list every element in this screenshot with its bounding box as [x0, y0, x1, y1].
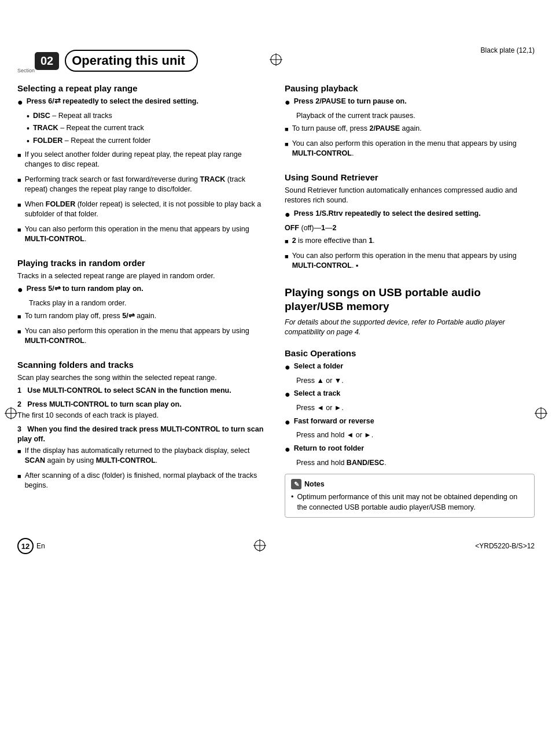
footer-en: En: [36, 542, 45, 550]
main-content: Selecting a repeat play range ● Press 6/…: [17, 83, 535, 518]
section-title: Operating this unit: [65, 50, 198, 72]
usb-italic-para: For details about the supported device, …: [285, 318, 535, 338]
bullet-dot: ●: [285, 209, 290, 221]
bullet-dot: ●: [17, 97, 23, 109]
basic-root-text: Return to root folder: [294, 444, 365, 454]
sq-bullet: ■: [17, 151, 21, 160]
basic-select-folder: ● Select a folder: [285, 362, 535, 374]
step-2: 2 Press MULTI-CONTROL to turn scan play …: [17, 400, 267, 421]
sq-bullet: ■: [17, 447, 21, 456]
pause-sq2: ■ You can also perform this operation in…: [285, 139, 535, 162]
repeat-main-text: Press 6/⇄ repeatedly to select the desir…: [27, 97, 198, 107]
step-1-heading: 1 Use MULTI-CONTROL to select SCAN in th…: [17, 386, 267, 396]
heading-repeat: Selecting a repeat play range: [17, 83, 267, 93]
section-number: 02: [35, 52, 59, 70]
usb-section: Playing songs on USB portable audio play…: [285, 286, 535, 338]
basic-root-detail: Press and hold BAND/ESC.: [296, 458, 535, 469]
repeat-sub-list: DISC – Repeat all tracks TRACK – Repeat …: [27, 111, 267, 147]
scan-sq2-text: After scanning of a disc (folder) is fin…: [25, 471, 267, 491]
basic-select-track: ● Select a track: [285, 389, 535, 401]
sr-para: Sound Retriever function automatically e…: [285, 186, 535, 206]
pause-sq1: ■ To turn pause off, press 2/PAUSE again…: [285, 124, 535, 137]
heading-scanning: Scanning folders and tracks: [17, 360, 267, 370]
bullet-dot: ●: [285, 97, 290, 109]
basic-ff-rev-text: Fast forward or reverse: [294, 416, 374, 427]
repeat-sq3-text: When FOLDER (folder repeat) is selected,…: [25, 200, 267, 220]
page-number: 12: [17, 538, 34, 554]
sq-bullet: ■: [17, 327, 21, 336]
heading-basic-ops: Basic Operations: [285, 348, 535, 358]
section-label: Section: [17, 68, 35, 73]
sr-sq1: ■ 2 is more effective than 1.: [285, 236, 535, 249]
notes-header: ✎ Notes: [291, 479, 528, 489]
notes-box: ✎ Notes Optimum performance of this unit…: [285, 474, 535, 518]
repeat-sq3: ■ When FOLDER (folder repeat) is selecte…: [17, 200, 267, 223]
repeat-sq1: ■ If you select another folder during re…: [17, 150, 267, 173]
footer-model: <YRD5220-B/S>12: [475, 542, 535, 550]
basic-select-folder-detail: Press ▲ or ▼.: [296, 376, 535, 386]
step-1: 1 Use MULTI-CONTROL to select SCAN in th…: [17, 386, 267, 396]
scan-sq1-text: If the display has automatically returne…: [25, 446, 267, 466]
sq-bullet: ■: [17, 201, 21, 209]
sq-bullet: ■: [17, 312, 21, 321]
bullet-dot: ●: [285, 444, 290, 456]
basic-root: ● Return to root folder: [285, 444, 535, 456]
notes-label: Notes: [304, 480, 325, 488]
repeat-folder: FOLDER – Repeat the current folder: [27, 136, 267, 147]
pause-sq1-text: To turn pause off, press 2/PAUSE again.: [292, 124, 422, 134]
repeat-sq4: ■ You can also perform this operation in…: [17, 224, 267, 248]
random-sub-para: Tracks play in a random order.: [29, 298, 267, 309]
pause-main-text: Press 2/PAUSE to turn pause on.: [294, 97, 407, 107]
left-column: Selecting a repeat play range ● Press 6/…: [17, 83, 267, 518]
random-main-text: Press 5/⇌ to turn random play on.: [27, 284, 143, 294]
heading-usb: Playing songs on USB portable audio play…: [285, 286, 535, 314]
bullet-dot: ●: [285, 416, 290, 429]
random-main-bullet: ● Press 5/⇌ to turn random play on.: [17, 284, 267, 296]
sr-sq2: ■ You can also perform this operation in…: [285, 251, 535, 274]
random-sq1: ■ To turn random play off, press 5/⇌ aga…: [17, 311, 267, 324]
heading-pausing: Pausing playback: [285, 83, 535, 93]
bullet-dot: ●: [285, 362, 290, 374]
sq-bullet: ■: [285, 237, 289, 246]
basic-select-folder-text: Select a folder: [294, 362, 343, 372]
sr-sq2-text: You can also perform this operation in t…: [292, 251, 535, 271]
scanning-para: Scan play searches the song within the s…: [17, 373, 267, 383]
repeat-sq2: ■ Performing track search or fast forwar…: [17, 175, 267, 198]
reg-mark-top: [270, 53, 282, 68]
step-2-body: The first 10 seconds of each track is pl…: [17, 411, 267, 421]
reg-mark-left: [5, 407, 17, 421]
repeat-sq1-text: If you select another folder during repe…: [25, 150, 267, 170]
reg-mark-bottom: [253, 539, 266, 554]
scan-sq1: ■ If the display has automatically retur…: [17, 446, 267, 469]
sr-main-bullet: ● Press 1/S.Rtrv repeatedly to select th…: [285, 209, 535, 221]
repeat-main-bullet: ● Press 6/⇄ repeatedly to select the des…: [17, 97, 267, 109]
bullet-dot: ●: [285, 389, 290, 401]
heading-random: Playing tracks in random order: [17, 258, 267, 268]
random-para: Tracks in a selected repeat range are pl…: [17, 271, 267, 282]
sq-bullet: ■: [285, 125, 289, 134]
step-3: 3 When you find the desired track press …: [17, 425, 267, 494]
scan-sq2: ■ After scanning of a disc (folder) is f…: [17, 471, 267, 494]
footer-left: 12 En: [17, 538, 45, 554]
repeat-sq2-text: Performing track search or fast forward/…: [25, 175, 267, 195]
step-3-heading: 3 When you find the desired track press …: [17, 425, 267, 445]
basic-ff-rev-detail: Press and hold ◄ or ►.: [296, 430, 535, 441]
basic-select-track-text: Select a track: [294, 389, 341, 399]
sq-bullet: ■: [285, 140, 289, 149]
heading-sound-retriever: Using Sound Retriever: [285, 172, 535, 182]
repeat-sq4-text: You can also perform this operation in t…: [25, 224, 267, 245]
pause-main-bullet: ● Press 2/PAUSE to turn pause on.: [285, 97, 535, 109]
page: Black plate (12,1) Section 02 Operating …: [0, 36, 552, 756]
random-sq2: ■ You can also perform this operation in…: [17, 326, 267, 349]
sq-bullet: ■: [285, 252, 289, 261]
sr-off-line: OFF (off)—1—2: [285, 223, 535, 234]
top-right-label: Black plate (12,1): [481, 46, 535, 54]
basic-ff-rev: ● Fast forward or reverse: [285, 416, 535, 429]
notes-item-1: Optimum performance of this unit may not…: [291, 492, 528, 512]
sq-bullet: ■: [17, 226, 21, 234]
step-2-heading: 2 Press MULTI-CONTROL to turn scan play …: [17, 400, 267, 410]
pause-sq2-text: You can also perform this operation in t…: [292, 139, 535, 159]
sr-sq1-text: 2 is more effective than 1.: [292, 236, 375, 246]
random-sq1-text: To turn random play off, press 5/⇌ again…: [25, 311, 157, 322]
bullet-dot: ●: [17, 284, 23, 296]
